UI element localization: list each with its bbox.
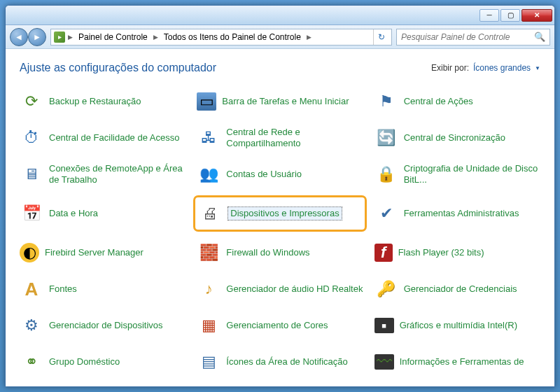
maximize-button[interactable]: ▢ (500, 9, 520, 22)
minimize-button[interactable]: ─ (479, 9, 499, 22)
item-label: Gerenciador de Credenciais (404, 284, 517, 295)
items-grid: ⟳Backup e Restauração▭Barra de Tarefas e… (18, 88, 542, 375)
item-label: Criptografia de Unidade de Disco BitL... (404, 163, 540, 185)
content-header: Ajuste as configurações do computador Ex… (6, 49, 554, 81)
control-panel-item[interactable]: 〰Informações e Ferramentas de (373, 349, 542, 375)
close-button[interactable]: ✕ (522, 9, 552, 22)
control-panel-item[interactable]: AFontes (18, 276, 187, 302)
control-panel-item[interactable]: 👥Contas de Usuário (195, 161, 364, 188)
nav-arrows: ◄ ► (10, 28, 46, 46)
back-button[interactable]: ◄ (10, 28, 28, 46)
view-by-value[interactable]: Ícones grandes (473, 63, 531, 73)
firebird-icon: ◐ (20, 243, 39, 262)
control-panel-item[interactable]: ⟳Backup e Restauração (18, 88, 187, 115)
control-panel-item[interactable]: ✔Ferramentas Administrativas (373, 197, 542, 230)
chevron-right-icon: ▶ (66, 34, 74, 41)
sync-icon: 🔄 (374, 126, 398, 150)
firewall-icon: 🧱 (197, 241, 220, 265)
devices-icon: 🖨 (198, 202, 222, 225)
fonts-icon: A (20, 277, 43, 301)
flash-icon: f (374, 244, 393, 262)
chevron-right-icon: ▶ (152, 34, 160, 41)
item-label: Data e Hora (49, 208, 98, 219)
breadcrumb[interactable]: ▸ ▶ Painel de Controle ▶ Todos os Itens … (50, 29, 392, 46)
item-label: Ferramentas Administrativas (404, 208, 519, 219)
taskbar-icon: ▭ (197, 92, 216, 111)
cred-icon: 🔑 (374, 277, 398, 301)
control-panel-item[interactable]: 🔒Criptografia de Unidade de Disco BitL..… (373, 161, 542, 188)
notif-icon: ▤ (197, 350, 220, 374)
view-by-selector[interactable]: Exibir por: Ícones grandes ▼ (431, 63, 540, 73)
control-panel-item[interactable]: ♪Gerenciador de áudio HD Realtek (195, 276, 364, 302)
control-panel-item[interactable]: 🔄Central de Sincronização (373, 125, 542, 151)
items-area: ⟳Backup e Restauração▭Barra de Tarefas e… (6, 81, 554, 386)
item-label: Central de Ações (404, 96, 473, 107)
item-label: Gráficos e multimídia Intel(R) (400, 320, 517, 331)
item-label: Informações e Ferramentas de (400, 356, 524, 368)
item-label: Gerenciador de Dispositivos (49, 320, 163, 331)
breadcrumb-segment[interactable]: Painel de Controle (76, 32, 150, 42)
date-icon: 📅 (20, 202, 43, 225)
control-panel-item[interactable]: 🖥Conexões de RemoteApp e Área de Trabalh… (18, 161, 187, 188)
control-panel-item[interactable]: ▦Gerenciamento de Cores (195, 312, 364, 339)
chevron-down-icon: ▼ (535, 65, 540, 71)
item-label: Firebird Server Manager (45, 247, 144, 258)
view-by-label: Exibir por: (431, 63, 469, 73)
page-title: Ajuste as configurações do computador (20, 62, 216, 74)
breadcrumb-segment[interactable]: Todos os Itens do Painel de Controle (161, 32, 304, 42)
item-label: Grupo Doméstico (49, 356, 120, 368)
item-label: Conexões de RemoteApp e Área de Trabalho (49, 163, 186, 185)
network-icon: 🖧 (197, 126, 220, 150)
item-label: Firewall do Windows (226, 247, 309, 258)
item-label: Central de Rede e Compartilhamento (226, 127, 363, 148)
color-icon: ▦ (197, 314, 220, 337)
control-panel-item[interactable]: 🖨Dispositivos e Impressoras (195, 197, 364, 230)
search-input[interactable] (401, 32, 534, 42)
remote-icon: 🖥 (20, 162, 43, 186)
search-icon: 🔍 (534, 31, 545, 42)
item-label: Backup e Restauração (49, 96, 141, 107)
control-panel-item[interactable]: ⚑Central de Ações (373, 88, 542, 115)
search-box[interactable]: 🔍 (396, 29, 550, 46)
control-panel-icon: ▸ (54, 31, 65, 43)
chevron-right-icon: ▶ (305, 34, 313, 41)
item-label: Contas de Usuário (226, 169, 302, 180)
control-panel-item[interactable]: ▭Barra de Tarefas e Menu Iniciar (195, 88, 364, 115)
control-panel-window: ─ ▢ ✕ ◄ ► ▸ ▶ Painel de Controle ▶ Todos… (5, 5, 555, 387)
item-label: Flash Player (32 bits) (398, 247, 484, 258)
control-panel-item[interactable]: ▤Ícones da Área de Notificação (195, 349, 364, 375)
item-label: Dispositivos e Impressoras (227, 206, 342, 220)
item-label: Central de Facilidade de Acesso (49, 132, 179, 144)
ease-icon: ⏱ (20, 126, 43, 150)
devmgr-icon: ⚙ (20, 314, 43, 337)
item-label: Barra de Tarefas e Menu Iniciar (222, 96, 349, 107)
item-label: Fontes (49, 284, 77, 295)
control-panel-item[interactable]: ■Gráficos e multimídia Intel(R) (373, 312, 542, 339)
item-label: Ícones da Área de Notificação (226, 356, 347, 368)
address-bar: ◄ ► ▸ ▶ Painel de Controle ▶ Todos os It… (6, 25, 554, 49)
control-panel-item[interactable]: 📅Data e Hora (18, 197, 187, 230)
control-panel-item[interactable]: fFlash Player (32 bits) (373, 239, 542, 266)
item-label: Central de Sincronização (404, 132, 505, 144)
control-panel-item[interactable]: 🔑Gerenciador de Credenciais (373, 276, 542, 302)
users-icon: 👥 (197, 162, 220, 186)
content-area: Ajuste as configurações do computador Ex… (6, 49, 554, 386)
audio-icon: ♪ (197, 277, 220, 301)
item-label: Gerenciador de áudio HD Realtek (226, 284, 363, 295)
homegroup-icon: ⚭ (20, 350, 43, 374)
control-panel-item[interactable]: ⚙Gerenciador de Dispositivos (18, 312, 187, 339)
admin-icon: ✔ (374, 202, 398, 225)
control-panel-item[interactable]: ⏱Central de Facilidade de Acesso (18, 125, 187, 151)
control-panel-item[interactable]: ⚭Grupo Doméstico (18, 349, 187, 375)
backup-icon: ⟳ (20, 90, 43, 113)
titlebar: ─ ▢ ✕ (6, 6, 554, 25)
perf-icon: 〰 (374, 354, 394, 370)
forward-button[interactable]: ► (28, 28, 46, 46)
control-panel-item[interactable]: ◐Firebird Server Manager (18, 239, 187, 266)
control-panel-item[interactable]: 🖧Central de Rede e Compartilhamento (195, 125, 364, 151)
flag-icon: ⚑ (374, 90, 398, 113)
item-label: Gerenciamento de Cores (226, 320, 328, 331)
refresh-button[interactable]: ↻ (373, 29, 388, 45)
intel-icon: ■ (374, 318, 394, 333)
control-panel-item[interactable]: 🧱Firewall do Windows (195, 239, 364, 266)
